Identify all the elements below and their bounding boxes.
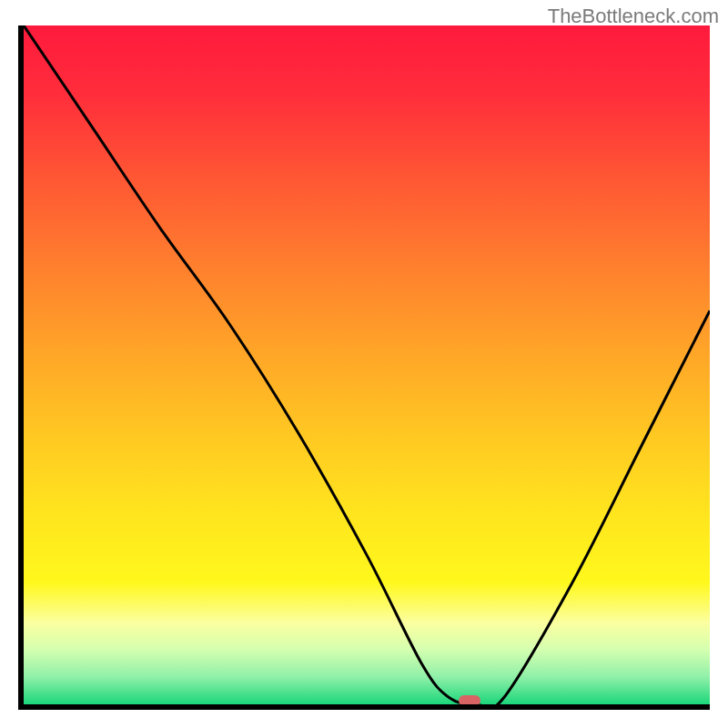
optimal-point-marker <box>459 695 480 706</box>
watermark-text: TheBottleneck.com <box>548 5 719 28</box>
bottleneck-curve <box>24 25 710 704</box>
plot-area <box>18 25 710 710</box>
chart-container: TheBottleneck.com <box>0 0 728 728</box>
